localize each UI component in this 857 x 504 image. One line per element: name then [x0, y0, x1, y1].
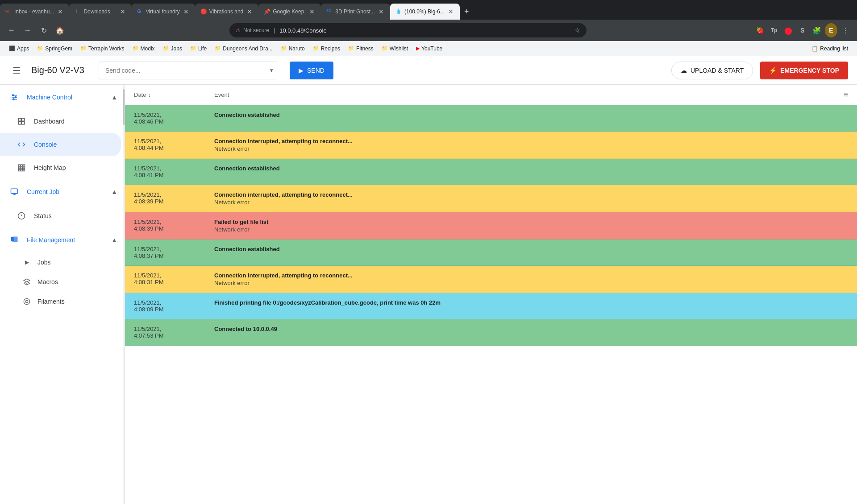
tab-virtualfoundry-close[interactable]: ✕: [183, 8, 190, 15]
bookmark-star-icon[interactable]: ☆: [574, 27, 580, 34]
sidebar-item-heightmap[interactable]: Height Map: [0, 156, 121, 179]
sidebar-item-console[interactable]: Console: [0, 133, 121, 156]
event-title: Connection interrupted, attempting to re…: [214, 191, 848, 198]
raspberry-pi-icon[interactable]: 🍓: [753, 24, 766, 37]
event-subtitle: Network error: [214, 199, 848, 206]
svg-point-5: [13, 99, 14, 100]
sidebar-section-file-management[interactable]: File Management ▲: [0, 227, 125, 252]
date-column-header[interactable]: Date ↓: [134, 91, 214, 98]
url-display: 10.0.0.49/Console: [279, 27, 572, 34]
new-tab-button[interactable]: +: [460, 7, 474, 17]
virtualfoundry-favicon: G: [137, 8, 143, 15]
hamburger-menu-button[interactable]: ☰: [9, 62, 24, 79]
event-content: Connection established: [214, 165, 848, 172]
reading-list-label: Reading list: [820, 45, 848, 52]
svg-rect-11: [21, 165, 23, 166]
table-row: 11/5/2021,4:08:39 PMConnection interrupt…: [125, 185, 857, 212]
springgem-icon: 📁: [37, 45, 43, 51]
bookmark-wishlist[interactable]: 📁 Wishlist: [378, 44, 412, 54]
current-job-label: Current Job: [27, 188, 111, 195]
tab-downloads-title: Downloads: [83, 8, 116, 15]
upload-start-button[interactable]: ☁ UPLOAD & START: [671, 62, 753, 79]
tab-3dprint[interactable]: 3D 3D Print Ghost... ✕: [321, 4, 390, 20]
event-date: 11/5/2021,4:08:39 PM: [134, 191, 214, 205]
tab-inbox[interactable]: ✉ Inbox - evanhu... ✕: [0, 4, 69, 20]
main-layout: Machine Control ▲ Dashboard Console: [0, 85, 857, 504]
home-button[interactable]: 🏠: [54, 24, 66, 37]
sidebar-item-filaments[interactable]: Filaments: [0, 292, 121, 311]
file-management-label: File Management: [27, 236, 111, 244]
bookmark-apps[interactable]: ⬛ Apps: [5, 44, 33, 54]
bookmark-life[interactable]: 📁 Life: [187, 44, 210, 54]
tab-downloads-close[interactable]: ✕: [119, 8, 126, 15]
tab-virtual-foundry[interactable]: G virtual foundry ✕: [132, 4, 195, 20]
bookmark-modix[interactable]: 📁 Modix: [129, 44, 158, 54]
bookmark-terrapin[interactable]: 📁 Terrapin Works: [77, 44, 128, 54]
extensions-icon[interactable]: 🧩: [811, 24, 823, 37]
forward-button[interactable]: →: [21, 24, 34, 37]
settings-icon[interactable]: ⋮: [839, 24, 852, 37]
tab-googlekeep[interactable]: 📌 Google Keep ✕: [258, 4, 321, 20]
back-button[interactable]: ←: [5, 24, 18, 37]
emergency-button-label: EMERGENCY STOP: [780, 67, 839, 74]
url-separator: |: [274, 27, 275, 33]
app-title: Big-60 V2-V3: [31, 65, 84, 75]
send-icon: ▶: [299, 67, 304, 74]
googlekeep-favicon: 📌: [264, 8, 270, 15]
event-date: 11/5/2021,4:08:44 PM: [134, 138, 214, 151]
reading-list-icon: 📋: [811, 45, 818, 52]
tab-downloads[interactable]: ⬇ Downloads ✕: [69, 4, 132, 20]
sidebar: Machine Control ▲ Dashboard Console: [0, 85, 125, 504]
sidebar-section-machine-control[interactable]: Machine Control ▲: [0, 85, 125, 110]
bookmark-recipes[interactable]: 📁 Recipes: [309, 44, 344, 54]
tab-vibrations[interactable]: 🔴 Vibrations and ✕: [195, 4, 259, 20]
svg-rect-26: [12, 237, 18, 242]
not-secure-label: Not secure: [243, 27, 269, 33]
machine-control-icon: [7, 90, 21, 104]
tab-inbox-close[interactable]: ✕: [57, 8, 64, 15]
send-button[interactable]: ▶ SEND: [290, 62, 333, 79]
event-content: Finished printing file 0:/gcodes/xyzCali…: [214, 299, 848, 306]
event-date: 11/5/2021,4:07:53 PM: [134, 326, 214, 339]
bookmark-youtube[interactable]: ▶ YouTube: [412, 44, 446, 54]
reading-list-button[interactable]: 📋 Reading list: [808, 44, 852, 54]
sidebar-section-current-job[interactable]: Current Job ▲: [0, 179, 125, 204]
event-subtitle: Network error: [214, 226, 848, 233]
filaments-label: Filaments: [37, 298, 65, 305]
opera-icon[interactable]: ⬤: [782, 24, 795, 37]
bookmark-springgem[interactable]: 📁 SpringGem: [33, 44, 76, 54]
table-menu-button[interactable]: ≡: [843, 90, 848, 99]
emergency-stop-button[interactable]: ⚡ EMERGENCY STOP: [760, 62, 848, 79]
sidebar-item-macros[interactable]: Macros: [0, 272, 121, 292]
tab-active[interactable]: 💧 (100.0%) Big-6... ✕: [390, 4, 460, 20]
sidebar-item-status[interactable]: Status: [0, 204, 121, 227]
event-content: Connection interrupted, attempting to re…: [214, 272, 848, 286]
sidebar-item-dashboard[interactable]: Dashboard: [0, 110, 121, 133]
extension-tp-icon[interactable]: Tp: [768, 24, 780, 37]
sidebar-item-jobs[interactable]: ▶ Jobs: [0, 252, 121, 272]
send-code-input[interactable]: [99, 62, 266, 79]
console-label: Console: [34, 141, 57, 148]
tab-active-close[interactable]: ✕: [447, 8, 454, 15]
tab-vibrations-close[interactable]: ✕: [246, 8, 253, 15]
profile-btn[interactable]: E: [825, 24, 837, 37]
vibrations-favicon: 🔴: [200, 8, 207, 15]
event-content: Failed to get file listNetwork error: [214, 219, 848, 233]
bookmark-dungeons[interactable]: 📁 Dungeons And Dra...: [211, 44, 276, 54]
bookmark-jobs-label: Jobs: [171, 45, 182, 52]
send-code-dropdown[interactable]: ▾: [266, 62, 277, 79]
event-title: Failed to get file list: [214, 219, 848, 225]
bookmark-wishlist-label: Wishlist: [390, 45, 408, 52]
dollar-icon[interactable]: S: [796, 24, 809, 37]
bookmark-fitness[interactable]: 📁 Fitness: [345, 44, 377, 54]
reload-button[interactable]: ↻: [37, 24, 50, 37]
app-topbar: ☰ Big-60 V2-V3 ▾ ▶ SEND ☁ UPLOAD & START…: [0, 56, 857, 85]
tab-3dprint-close[interactable]: ✕: [378, 8, 385, 15]
bookmark-jobs[interactable]: 📁 Jobs: [159, 44, 186, 54]
macros-icon: [21, 277, 32, 287]
bookmark-naruto[interactable]: 📁 Naruto: [277, 44, 308, 54]
tab-googlekeep-close[interactable]: ✕: [308, 8, 316, 15]
svg-rect-18: [23, 169, 25, 171]
event-title: Connection interrupted, attempting to re…: [214, 138, 848, 145]
address-bar[interactable]: ⚠ Not secure | 10.0.0.49/Console ☆: [229, 23, 587, 37]
